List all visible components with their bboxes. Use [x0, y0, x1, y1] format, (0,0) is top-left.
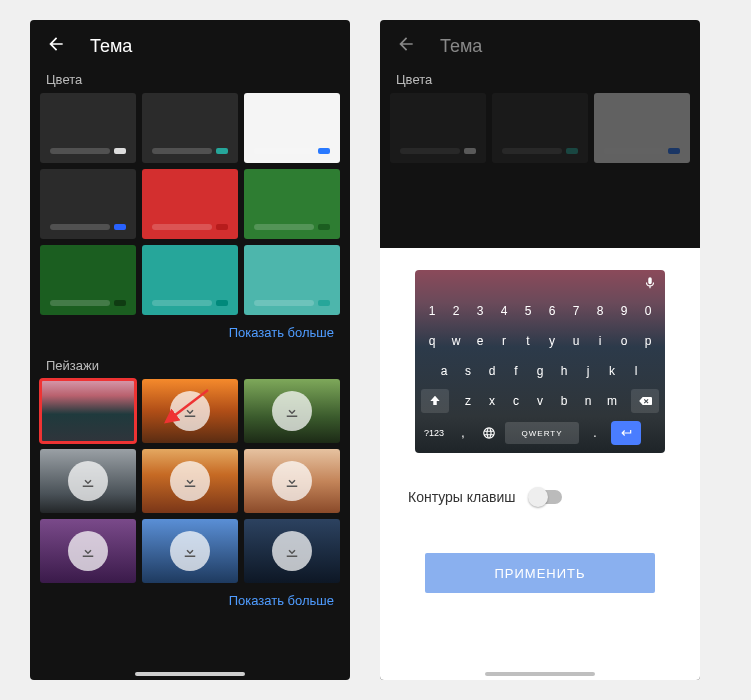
key-5[interactable]: 5 — [518, 299, 538, 323]
key-p[interactable]: p — [638, 329, 658, 353]
back-icon[interactable] — [46, 34, 66, 58]
color-grid — [380, 93, 700, 163]
key-s[interactable]: s — [458, 359, 478, 383]
globe-icon[interactable] — [479, 421, 499, 445]
key-h[interactable]: h — [554, 359, 574, 383]
download-icon — [170, 461, 210, 501]
landscape-tile[interactable] — [142, 379, 238, 443]
key-o[interactable]: o — [614, 329, 634, 353]
symbols-key[interactable]: ?123 — [421, 421, 447, 445]
download-icon — [68, 461, 108, 501]
key-8[interactable]: 8 — [590, 299, 610, 323]
key-0[interactable]: 0 — [638, 299, 658, 323]
key-6[interactable]: 6 — [542, 299, 562, 323]
download-icon — [170, 391, 210, 431]
landscape-tile[interactable] — [142, 449, 238, 513]
color-tile[interactable] — [142, 93, 238, 163]
color-tile[interactable] — [142, 169, 238, 239]
key-i[interactable]: i — [590, 329, 610, 353]
key-t[interactable]: t — [518, 329, 538, 353]
app-bar: Тема — [30, 20, 350, 68]
section-label-colors: Цвета — [380, 68, 700, 93]
key-e[interactable]: e — [470, 329, 490, 353]
period-key[interactable]: . — [585, 421, 605, 445]
landscape-tile[interactable] — [244, 519, 340, 583]
color-tile[interactable] — [40, 93, 136, 163]
key-a[interactable]: a — [434, 359, 454, 383]
keyboard-row-2: qwertyuiop — [415, 326, 665, 356]
key-u[interactable]: u — [566, 329, 586, 353]
key-1[interactable]: 1 — [422, 299, 442, 323]
key-9[interactable]: 9 — [614, 299, 634, 323]
phone-right: Тема Цвета 1234567890 qwertyuiop asdfghj… — [380, 20, 700, 680]
key-j[interactable]: j — [578, 359, 598, 383]
color-tile[interactable] — [40, 245, 136, 315]
comma-key[interactable]: , — [453, 421, 473, 445]
landscape-grid — [30, 379, 350, 583]
nav-bar — [485, 672, 595, 676]
key-g[interactable]: g — [530, 359, 550, 383]
app-bar: Тема — [380, 20, 700, 68]
key-w[interactable]: w — [446, 329, 466, 353]
landscape-tile[interactable] — [40, 379, 136, 443]
show-more-landscapes[interactable]: Показать больше — [30, 583, 350, 622]
space-key[interactable]: QWERTY — [505, 422, 579, 444]
color-tile[interactable] — [142, 245, 238, 315]
key-3[interactable]: 3 — [470, 299, 490, 323]
key-2[interactable]: 2 — [446, 299, 466, 323]
key-b[interactable]: b — [554, 389, 574, 413]
key-borders-switch[interactable] — [530, 490, 562, 504]
backspace-key[interactable] — [631, 389, 659, 413]
key-y[interactable]: y — [542, 329, 562, 353]
download-icon — [272, 391, 312, 431]
color-tile[interactable] — [244, 169, 340, 239]
key-r[interactable]: r — [494, 329, 514, 353]
apply-button[interactable]: ПРИМЕНИТЬ — [425, 553, 655, 593]
key-borders-label: Контуры клавиш — [408, 489, 516, 505]
key-7[interactable]: 7 — [566, 299, 586, 323]
keyboard-row-3: asdfghjkl — [415, 356, 665, 386]
key-k[interactable]: k — [602, 359, 622, 383]
color-tile[interactable] — [492, 93, 588, 163]
color-grid — [30, 93, 350, 315]
keyboard-bottom-row: ?123 , QWERTY . — [415, 416, 665, 453]
key-c[interactable]: c — [506, 389, 526, 413]
key-z[interactable]: z — [458, 389, 478, 413]
keyboard-row-1: 1234567890 — [415, 296, 665, 326]
key-borders-toggle-row: Контуры клавиш — [398, 489, 562, 505]
key-n[interactable]: n — [578, 389, 598, 413]
section-label-landscapes: Пейзажи — [30, 354, 350, 379]
key-q[interactable]: q — [422, 329, 442, 353]
color-tile[interactable] — [244, 93, 340, 163]
color-tile[interactable] — [390, 93, 486, 163]
key-d[interactable]: d — [482, 359, 502, 383]
shift-key[interactable] — [421, 389, 449, 413]
show-more-colors[interactable]: Показать больше — [30, 315, 350, 354]
download-icon — [272, 531, 312, 571]
landscape-tile[interactable] — [40, 519, 136, 583]
download-icon — [170, 531, 210, 571]
key-f[interactable]: f — [506, 359, 526, 383]
color-tile[interactable] — [594, 93, 690, 163]
key-v[interactable]: v — [530, 389, 550, 413]
section-label-colors: Цвета — [30, 68, 350, 93]
page-title: Тема — [440, 36, 482, 57]
mic-icon[interactable] — [643, 276, 657, 294]
page-title: Тема — [90, 36, 132, 57]
key-l[interactable]: l — [626, 359, 646, 383]
landscape-tile[interactable] — [244, 449, 340, 513]
landscape-tile[interactable] — [142, 519, 238, 583]
nav-bar — [135, 672, 245, 676]
enter-key[interactable] — [611, 421, 641, 445]
keyboard-preview: 1234567890 qwertyuiop asdfghjkl zxcvbnm … — [415, 270, 665, 453]
color-tile[interactable] — [40, 169, 136, 239]
back-icon[interactable] — [396, 34, 416, 58]
landscape-tile[interactable] — [244, 379, 340, 443]
key-m[interactable]: m — [602, 389, 622, 413]
key-x[interactable]: x — [482, 389, 502, 413]
key-4[interactable]: 4 — [494, 299, 514, 323]
landscape-tile[interactable] — [40, 449, 136, 513]
phone-left: Тема Цвета Показать больше Пейзажи Показ… — [30, 20, 350, 680]
color-tile[interactable] — [244, 245, 340, 315]
download-icon — [68, 531, 108, 571]
